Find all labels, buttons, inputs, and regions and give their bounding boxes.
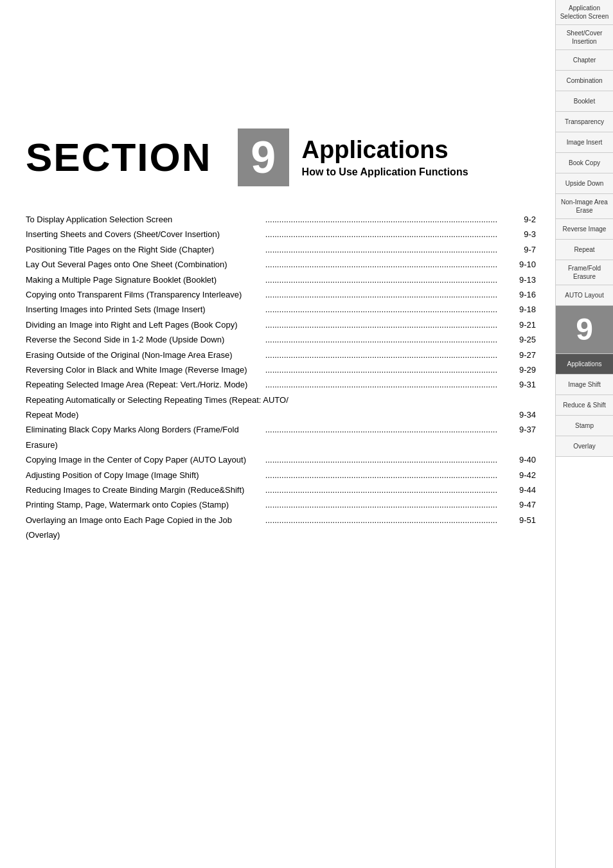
section-number-block: 9: [238, 128, 289, 186]
toc-dots: ........................................…: [260, 332, 497, 347]
toc-entry: Inserting Sheets and Covers (Sheet/Cover…: [26, 227, 536, 242]
section-word: Section: [26, 137, 212, 177]
toc-text: Eliminating Black Copy Marks Along Borde…: [26, 422, 260, 452]
toc-dots: ........................................…: [260, 302, 497, 317]
toc-page: 9-51: [497, 513, 536, 543]
toc-dots: ........................................…: [260, 497, 497, 512]
toc-page: 9-25: [497, 332, 536, 347]
toc-text: Lay Out Several Pages onto One Sheet (Co…: [26, 257, 260, 272]
toc-page: 9-3: [497, 227, 536, 242]
sidebar-item-4[interactable]: Booklet: [556, 91, 613, 112]
toc-page: 9-21: [497, 317, 536, 332]
toc-entry: Erasing Outside of the Original (Non-Ima…: [26, 348, 536, 362]
toc-text: Copying Image in the Center of Copy Pape…: [26, 452, 260, 467]
toc-dots: ........................................…: [260, 242, 497, 257]
toc-page: 9-2: [497, 212, 536, 227]
toc-dots: ........................................…: [260, 287, 497, 302]
toc-dots: ........................................…: [260, 348, 497, 362]
toc-text: Reverse the Second Side in 1-2 Mode (Ups…: [26, 332, 260, 347]
toc-page: 9-42: [497, 468, 536, 483]
toc-dots: ........................................…: [260, 483, 497, 497]
toc-dots: ........................................…: [260, 468, 497, 483]
toc-entry: Lay Out Several Pages onto One Sheet (Co…: [26, 257, 536, 272]
sidebar-item-7[interactable]: Book Copy: [556, 153, 613, 173]
toc-dots: ........................................…: [260, 452, 497, 467]
toc-entry: Repeating Automatically or Selecting Rep…: [26, 393, 536, 423]
toc-text: Repeating Automatically or Selecting Rep…: [26, 393, 289, 407]
toc-page: 9-7: [497, 242, 536, 257]
toc-page: 9-47: [497, 497, 536, 512]
toc-entry: Copying Image in the Center of Copy Pape…: [26, 452, 536, 467]
toc-dots: ........................................…: [260, 257, 497, 272]
section-number: 9: [251, 132, 276, 183]
toc-entry: Repeating Selected Image Area (Repeat: V…: [26, 377, 536, 392]
sidebar-item-11[interactable]: Repeat: [556, 240, 613, 260]
toc-text: Inserting Sheets and Covers (Sheet/Cover…: [26, 227, 260, 242]
toc-dots: ........................................…: [260, 422, 497, 452]
toc-text: To Display Application Selection Screen: [26, 212, 260, 227]
toc-entry: Overlaying an Image onto Each Page Copie…: [26, 513, 536, 543]
toc-page: 9-34: [519, 407, 536, 422]
toc-dots: ........................................…: [260, 377, 497, 392]
sidebar-item-5[interactable]: Transparency: [556, 112, 613, 132]
sidebar-item-14[interactable]: 9: [556, 306, 613, 354]
toc-dots: ........................................…: [260, 317, 497, 332]
sidebar-item-10[interactable]: Reverse Image: [556, 219, 613, 240]
toc: To Display Application Selection Screen.…: [26, 212, 536, 543]
toc-page: 9-40: [497, 452, 536, 467]
toc-page: 9-37: [497, 422, 536, 452]
toc-text: Copying onto Transparent Films (Transpar…: [26, 287, 260, 302]
toc-entry: Positioning Title Pages on the Right Sid…: [26, 242, 536, 257]
toc-page: 9-31: [497, 377, 536, 392]
toc-text: Adjusting Position of Copy Image (Image …: [26, 468, 260, 483]
sidebar-item-16[interactable]: Image Shift: [556, 375, 613, 395]
toc-entry: Reverse the Second Side in 1-2 Mode (Ups…: [26, 332, 536, 347]
toc-entry: Adjusting Position of Copy Image (Image …: [26, 468, 536, 483]
sidebar-item-9[interactable]: Non-Image Area Erase: [556, 194, 613, 219]
section-subtitle: How to Use Application Functions: [302, 166, 468, 178]
toc-page: 9-27: [497, 348, 536, 362]
main-content: Section 9 Applications How to Use Applic…: [26, 0, 536, 543]
toc-text: Positioning Title Pages on the Right Sid…: [26, 242, 260, 257]
sidebar-item-8[interactable]: Upside Down: [556, 173, 613, 194]
sidebar-item-1[interactable]: Sheet/Cover Insertion: [556, 25, 613, 50]
sidebar-item-0[interactable]: Application Selection Screen: [556, 0, 613, 25]
toc-text: Printing Stamp, Page, Watermark onto Cop…: [26, 497, 260, 512]
sidebar: Application Selection ScreenSheet/Cover …: [555, 0, 613, 868]
toc-dots: ........................................…: [260, 362, 497, 377]
sidebar-item-15[interactable]: Applications: [556, 354, 613, 375]
toc-text: Reversing Color in Black and White Image…: [26, 362, 260, 377]
toc-page: 9-44: [497, 483, 536, 497]
toc-entry: Making a Multiple Page Signature Booklet…: [26, 272, 536, 287]
toc-text: Erasing Outside of the Original (Non-Ima…: [26, 348, 260, 362]
sidebar-item-3[interactable]: Combination: [556, 71, 613, 91]
toc-dots: ........................................…: [260, 513, 497, 543]
toc-entry: Copying onto Transparent Films (Transpar…: [26, 287, 536, 302]
toc-text: Dividing an Image into Right and Left Pa…: [26, 317, 260, 332]
toc-entry: Inserting Images into Printed Sets (Imag…: [26, 302, 536, 317]
sidebar-item-18[interactable]: Stamp: [556, 416, 613, 436]
toc-entry: Reversing Color in Black and White Image…: [26, 362, 536, 377]
sidebar-item-6[interactable]: Image Insert: [556, 132, 613, 153]
sidebar-item-12[interactable]: Frame/Fold Erasure: [556, 260, 613, 285]
toc-dots: ........................................…: [260, 272, 497, 287]
section-title-group: Applications How to Use Application Func…: [302, 137, 468, 178]
sidebar-item-19[interactable]: Overlay: [556, 436, 613, 457]
toc-entry: Dividing an Image into Right and Left Pa…: [26, 317, 536, 332]
sidebar-item-2[interactable]: Chapter: [556, 50, 613, 71]
sidebar-item-17[interactable]: Reduce & Shift: [556, 395, 613, 416]
section-title: Applications: [302, 137, 468, 164]
toc-page: 9-29: [497, 362, 536, 377]
toc-entry: Printing Stamp, Page, Watermark onto Cop…: [26, 497, 536, 512]
toc-dots: ........................................…: [260, 227, 497, 242]
toc-page: 9-16: [497, 287, 536, 302]
toc-page: 9-10: [497, 257, 536, 272]
toc-text: Overlaying an Image onto Each Page Copie…: [26, 513, 260, 543]
toc-page: 9-18: [497, 302, 536, 317]
toc-entry: To Display Application Selection Screen.…: [26, 212, 536, 227]
toc-page-inline: Repeat Mode): [26, 407, 78, 422]
sidebar-item-13[interactable]: AUTO Layout: [556, 285, 613, 306]
toc-text: Reducing Images to Create Binding Margin…: [26, 483, 260, 497]
toc-text: Repeating Selected Image Area (Repeat: V…: [26, 377, 260, 392]
toc-entry: Eliminating Black Copy Marks Along Borde…: [26, 422, 536, 452]
